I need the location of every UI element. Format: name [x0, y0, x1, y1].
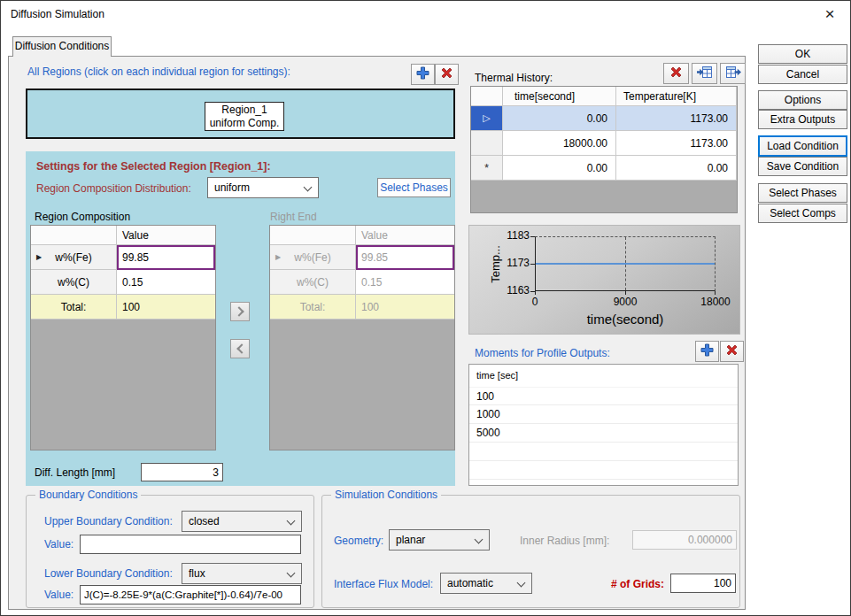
component-label: w%(Fe)	[55, 251, 91, 264]
region-comp-type: uniform Comp.	[205, 117, 283, 130]
component-label: w%(C)	[270, 270, 356, 295]
simulation-conditions-group: Simulation Conditions Geometry: planar I…	[321, 495, 740, 608]
arrow-left-icon	[236, 343, 246, 353]
time-cell[interactable]: 0.00	[503, 156, 616, 181]
geometry-dropdown[interactable]: planar	[389, 529, 490, 551]
grid-header-row: time[second] Temperature[K]	[471, 87, 737, 106]
interface-flux-model-dropdown[interactable]: automatic	[440, 573, 532, 594]
thermal-history-grid: time[second] Temperature[K] ▷ 0.00 1173.…	[470, 86, 738, 213]
chevron-down-icon	[304, 183, 313, 192]
copy-right-button[interactable]	[230, 302, 250, 321]
delete-region-button[interactable]	[435, 64, 459, 85]
list-item[interactable]: 100	[469, 387, 738, 405]
all-regions-label: All Regions (click on each individual re…	[27, 65, 290, 78]
upper-boundary-dropdown[interactable]: closed	[182, 511, 302, 532]
y-tick-label: 1183	[498, 229, 530, 242]
plus-icon	[416, 66, 429, 83]
component-label: w%(Fe)	[294, 251, 330, 264]
composition-value-cell[interactable]: 99.85	[117, 245, 215, 270]
x-tick-mark	[625, 291, 626, 295]
grid-corner-cell	[471, 87, 503, 106]
close-icon[interactable]: ×	[820, 4, 839, 24]
delete-thermal-row-button[interactable]	[663, 63, 689, 84]
import-thermal-table-button[interactable]	[692, 63, 717, 84]
grid-new-row[interactable]: * 0.00 0.00	[471, 156, 737, 181]
time-cell[interactable]: 0.00	[503, 106, 616, 131]
time-column-header[interactable]: time[second]	[503, 87, 616, 106]
lower-value-label: Value:	[44, 589, 73, 601]
options-button[interactable]: Options	[758, 90, 847, 110]
moments-label: Moments for Profile Outputs:	[475, 347, 610, 359]
x-tick-label: 18000	[691, 296, 740, 308]
lower-boundary-value-input[interactable]	[80, 585, 301, 604]
tab-diffusion-conditions[interactable]: Diffusion Conditions	[12, 36, 112, 57]
num-grids-input[interactable]	[670, 574, 736, 593]
x-tick-label: 0	[522, 296, 548, 308]
right-end-table: Value ▶w%(Fe) 99.85 w%(C) 0.15 Total: 10…	[269, 225, 455, 450]
geometry-value: planar	[396, 534, 425, 546]
settings-title: Settings for the Selected Region [Region…	[36, 160, 271, 173]
export-table-icon	[725, 65, 741, 82]
temperature-series-line	[536, 263, 715, 265]
distribution-dropdown[interactable]: uniform	[207, 177, 319, 198]
time-cell[interactable]: 18000.00	[503, 131, 616, 156]
save-condition-button[interactable]: Save Condition	[758, 157, 847, 176]
list-item[interactable]: 5000	[469, 424, 738, 443]
chevron-down-icon	[517, 579, 526, 588]
title-bar: Diffusion Simulation ×	[1, 1, 850, 28]
temperature-column-header[interactable]: Temperature[K]	[616, 87, 737, 106]
y-tick-label: 1163	[498, 284, 530, 296]
load-condition-button[interactable]: Load Condition	[758, 135, 847, 157]
inner-radius-label: Inner Radius [mm]:	[520, 535, 609, 547]
select-comps-button[interactable]: Select Comps	[758, 204, 847, 223]
total-value: 100	[356, 295, 454, 320]
value-column-header: Value	[356, 226, 454, 245]
arrow-right-icon	[234, 306, 244, 316]
delete-x-icon	[440, 66, 453, 83]
lower-boundary-dropdown[interactable]: flux	[182, 563, 302, 584]
delete-x-icon	[725, 343, 739, 360]
ok-button[interactable]: OK	[758, 44, 847, 64]
interface-flux-model-label: Interface Flux Model:	[334, 578, 433, 590]
add-region-button[interactable]	[411, 64, 435, 85]
add-moment-button[interactable]	[695, 341, 719, 362]
list-item[interactable]: 1000	[469, 405, 738, 424]
upper-boundary-value-input[interactable]	[80, 535, 301, 554]
composition-value-cell[interactable]: 0.15	[117, 270, 215, 295]
upper-boundary-value: closed	[189, 515, 220, 527]
inner-radius-input	[632, 530, 737, 550]
distribution-label: Region Composition Distribution:	[36, 182, 191, 195]
cancel-button[interactable]: Cancel	[758, 65, 847, 84]
temperature-cell[interactable]: 1173.00	[616, 131, 737, 156]
copy-left-button[interactable]	[230, 339, 250, 358]
table-header-row: Value	[31, 226, 215, 245]
import-table-icon	[697, 65, 713, 82]
thermal-history-chart: Temp... 1183 1173 1163 0 9000 18000 time…	[468, 225, 740, 335]
chevron-down-icon	[287, 517, 296, 526]
select-phases-button-inline[interactable]: Select Phases	[377, 178, 451, 197]
diff-length-input[interactable]	[141, 463, 223, 481]
chart-x-axis-label: time(second)	[535, 312, 716, 327]
flux-model-value: automatic	[447, 577, 493, 589]
plus-icon	[700, 343, 714, 360]
geometry-label: Geometry:	[334, 535, 383, 547]
region-node[interactable]: Region_1 uniform Comp.	[205, 102, 284, 131]
delete-moment-button[interactable]	[720, 341, 744, 362]
temperature-cell[interactable]: 0.00	[616, 156, 737, 181]
new-row-marker-icon: *	[484, 161, 489, 174]
export-thermal-table-button[interactable]	[720, 63, 746, 84]
table-row[interactable]: ▶w%(Fe) 99.85	[31, 245, 215, 270]
lower-boundary-label: Lower Boundary Condition:	[44, 567, 173, 580]
table-row[interactable]: w%(C) 0.15	[31, 270, 215, 295]
chevron-down-icon	[287, 569, 296, 578]
right-end-title: Right End	[270, 211, 317, 223]
select-phases-button[interactable]: Select Phases	[758, 183, 847, 203]
diff-length-label: Diff. Length [mm]	[35, 466, 115, 479]
grid-row-selected[interactable]: ▷ 0.00 1173.00	[471, 106, 737, 131]
delete-x-icon	[669, 65, 683, 82]
extra-outputs-button[interactable]: Extra Outputs	[758, 110, 847, 129]
temperature-cell[interactable]: 1173.00	[616, 106, 737, 131]
current-row-marker-icon: ▶	[275, 253, 281, 261]
grid-row[interactable]: 18000.00 1173.00	[471, 131, 737, 156]
region-composition-title: Region Composition	[35, 211, 130, 223]
